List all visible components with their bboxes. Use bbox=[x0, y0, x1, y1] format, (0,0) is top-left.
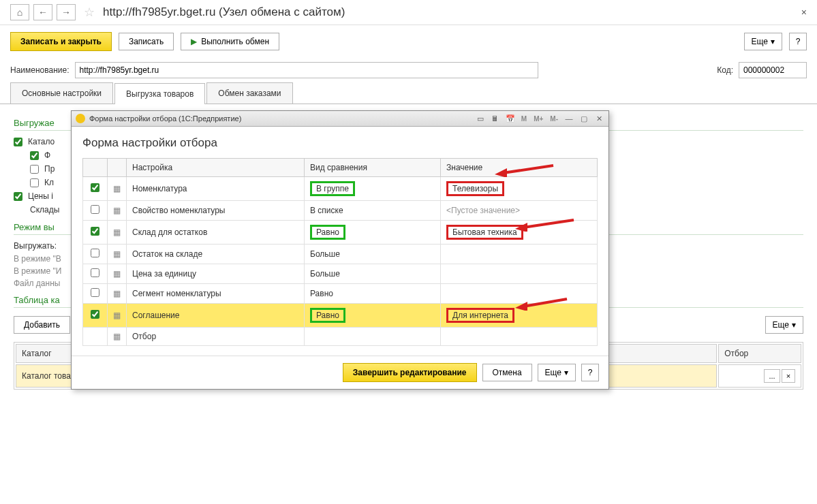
back-button[interactable]: ← bbox=[33, 4, 52, 20]
dialog-more-button[interactable]: Еще ▾ bbox=[538, 364, 576, 381]
row-value[interactable]: Для интернета bbox=[441, 304, 598, 328]
filter-row[interactable]: ▦Остаток на складеБольше bbox=[83, 245, 598, 264]
row-checkbox[interactable] bbox=[91, 183, 99, 192]
row-value[interactable] bbox=[441, 264, 598, 284]
home-button[interactable]: ⌂ bbox=[10, 4, 29, 20]
cancel-button[interactable]: Отмена bbox=[482, 364, 532, 381]
row-comparison[interactable]: Больше bbox=[305, 245, 441, 264]
calendar-icon[interactable]: 📅 bbox=[505, 113, 516, 124]
catalog-more-button[interactable]: Еще ▾ bbox=[765, 316, 803, 334]
filter-row[interactable]: ▦Отбор bbox=[83, 328, 598, 346]
save-button[interactable]: Записать bbox=[119, 33, 174, 50]
col-value[interactable]: Значение bbox=[441, 159, 598, 177]
col-comparison[interactable]: Вид сравнения bbox=[305, 159, 441, 177]
tab-upload-goods[interactable]: Выгрузка товаров bbox=[114, 83, 205, 104]
row-icon: ▦ bbox=[108, 201, 127, 221]
page-title: http://fh7985yr.bget.ru (Узел обмена с с… bbox=[103, 5, 345, 19]
chevron-down-icon: ▾ bbox=[771, 37, 775, 46]
minimize-icon[interactable]: — bbox=[564, 113, 574, 124]
row-value[interactable] bbox=[441, 284, 598, 304]
tab-basic-settings[interactable]: Основные настройки bbox=[10, 82, 113, 104]
col-filter[interactable]: Отбор bbox=[718, 344, 801, 363]
tab-orders-exchange[interactable]: Обмен заказами bbox=[206, 82, 292, 104]
photo-label: Ф bbox=[44, 151, 50, 160]
row-icon: ▦ bbox=[108, 245, 127, 264]
help-button[interactable]: ? bbox=[789, 33, 807, 50]
row-checkbox[interactable] bbox=[91, 310, 99, 319]
tb-icon-1[interactable]: ▭ bbox=[475, 113, 486, 124]
code-input[interactable] bbox=[739, 62, 807, 78]
row-comparison[interactable]: В группе bbox=[305, 177, 441, 201]
row-comparison[interactable]: Больше bbox=[305, 264, 441, 284]
catalogs-checkbox[interactable] bbox=[14, 138, 22, 146]
upload-label: Выгружать: bbox=[14, 241, 57, 251]
name-input[interactable] bbox=[75, 62, 538, 78]
close-icon[interactable]: × bbox=[801, 7, 807, 18]
close-icon[interactable]: ✕ bbox=[594, 113, 604, 124]
row-setting: Соглашение bbox=[127, 304, 305, 328]
chevron-down-icon: ▾ bbox=[792, 320, 796, 330]
filter-row[interactable]: ▦Сегмент номенклатурыРавно bbox=[83, 284, 598, 304]
pr-checkbox[interactable] bbox=[30, 165, 39, 174]
filter-table: Настройка Вид сравнения Значение ▦Номенк… bbox=[82, 158, 598, 346]
row-icon: ▦ bbox=[108, 177, 127, 201]
tab-strip: Основные настройки Выгрузка товаров Обме… bbox=[0, 82, 817, 104]
mem-mp[interactable]: M+ bbox=[532, 115, 544, 123]
filter-row[interactable]: ▦Свойство номенклатурыВ списке<Пустое зн… bbox=[83, 201, 598, 221]
kl-checkbox[interactable] bbox=[30, 178, 39, 187]
filter-clear-button[interactable]: × bbox=[782, 369, 795, 383]
more-button[interactable]: Еще ▾ bbox=[744, 33, 782, 50]
row-setting: Цена за единицу bbox=[127, 264, 305, 284]
row-value[interactable]: <Пустое значение> bbox=[441, 201, 598, 221]
row-checkbox[interactable] bbox=[91, 249, 99, 257]
prices-checkbox[interactable] bbox=[14, 192, 22, 201]
sklady-label: Склады bbox=[30, 205, 59, 215]
filter-row[interactable]: ▦Цена за единицуБольше bbox=[83, 264, 598, 284]
finish-edit-button[interactable]: Завершить редактирование bbox=[343, 363, 477, 382]
row-setting: Свойство номенклатуры bbox=[127, 201, 305, 221]
row-comparison[interactable]: Равно bbox=[305, 221, 441, 245]
filter-dots-button[interactable]: ... bbox=[764, 369, 780, 383]
row-checkbox[interactable] bbox=[91, 268, 99, 277]
row-checkbox[interactable] bbox=[91, 288, 99, 297]
run-exchange-button[interactable]: ▶Выполнить обмен bbox=[181, 33, 279, 50]
form-row: Наименование: Код: bbox=[0, 58, 817, 82]
forward-button[interactable]: → bbox=[57, 4, 76, 20]
mem-mm[interactable]: M- bbox=[549, 115, 559, 123]
filter-row[interactable]: ▦Склад для остатковРавноБытовая техника bbox=[83, 221, 598, 245]
pr-label: Пр bbox=[44, 164, 55, 174]
filter-dialog: Форма настройки отбора (1С:Предприятие) … bbox=[71, 110, 609, 390]
row-comparison[interactable]: В списке bbox=[305, 201, 441, 221]
dialog-title: Форма настройки отбора (1С:Предприятие) bbox=[89, 114, 241, 123]
photo-checkbox[interactable] bbox=[30, 151, 39, 160]
kl-label: Кл bbox=[44, 178, 54, 187]
row-comparison[interactable]: Равно bbox=[305, 284, 441, 304]
dialog-help-button[interactable]: ? bbox=[581, 364, 599, 381]
row-value[interactable]: Телевизоры bbox=[441, 177, 598, 201]
row-icon: ▦ bbox=[108, 304, 127, 328]
row-checkbox[interactable] bbox=[91, 205, 99, 214]
row-comparison[interactable]: Равно bbox=[305, 304, 441, 328]
dialog-titlebar: Форма настройки отбора (1С:Предприятие) … bbox=[72, 111, 608, 127]
code-label: Код: bbox=[717, 65, 733, 75]
row-setting: Остаток на складе bbox=[127, 245, 305, 264]
filter-row[interactable]: ▦СоглашениеРавноДля интернета bbox=[83, 304, 598, 328]
row-icon: ▦ bbox=[108, 264, 127, 284]
dialog-heading: Форма настройки отбора bbox=[82, 136, 598, 150]
row-comparison[interactable] bbox=[305, 328, 441, 346]
top-toolbar: ⌂ ← → ☆ http://fh7985yr.bget.ru (Узел об… bbox=[0, 0, 817, 25]
save-close-button[interactable]: Записать и закрыть bbox=[10, 32, 112, 51]
calc-icon[interactable]: 🖩 bbox=[490, 113, 501, 124]
maximize-icon[interactable]: ▢ bbox=[579, 113, 589, 124]
row-value[interactable]: Бытовая техника bbox=[441, 221, 598, 245]
mem-m[interactable]: M bbox=[520, 115, 528, 123]
favorite-icon[interactable]: ☆ bbox=[84, 5, 95, 20]
play-icon: ▶ bbox=[191, 37, 197, 46]
row-value[interactable] bbox=[441, 328, 598, 346]
row-icon: ▦ bbox=[108, 328, 127, 346]
row-value[interactable] bbox=[441, 245, 598, 264]
col-setting[interactable]: Настройка bbox=[127, 159, 305, 177]
add-button[interactable]: Добавить bbox=[14, 316, 70, 334]
row-checkbox[interactable] bbox=[91, 227, 99, 236]
filter-row[interactable]: ▦НоменклатураВ группеТелевизоры bbox=[83, 177, 598, 201]
